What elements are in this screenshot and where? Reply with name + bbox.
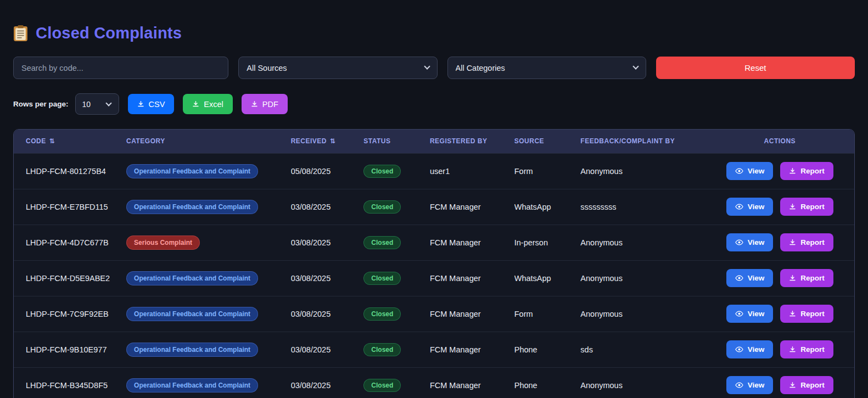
- cell-category: Operational Feedback and Complaint: [126, 153, 291, 189]
- export-pdf-button[interactable]: PDF: [242, 94, 288, 114]
- cell-actions: View Report: [712, 296, 854, 332]
- actions-group: View Report: [712, 305, 848, 323]
- status-badge: Closed: [363, 165, 401, 178]
- status-badge: Closed: [363, 379, 401, 392]
- cell-source: Phone: [514, 367, 581, 398]
- export-pdf-label: PDF: [262, 100, 278, 109]
- actions-group: View Report: [712, 233, 848, 251]
- cell-code: LHDP-FCM-801275B4: [14, 153, 126, 189]
- category-badge: Operational Feedback and Complaint: [126, 271, 258, 285]
- cell-registered-by: FCM Manager: [430, 189, 514, 225]
- report-button[interactable]: Report: [780, 376, 833, 394]
- table-header-row: CODE⇅ CATEGORY RECEIVED⇅ STATUS REGISTER…: [14, 130, 854, 153]
- table-row: LHDP-FCM-B345D8F5 Operational Feedback a…: [14, 367, 854, 398]
- view-button-label: View: [748, 238, 765, 246]
- view-button-label: View: [748, 381, 765, 389]
- header-feedback-by: FEEDBACK/COMPLAINT BY: [580, 130, 712, 153]
- download-icon: [789, 382, 796, 389]
- report-button[interactable]: Report: [780, 162, 833, 180]
- categories-select[interactable]: All Categories: [447, 57, 646, 79]
- cell-category: Serious Complaint: [126, 225, 291, 260]
- cell-code: LHDP-FCM-E7BFD115: [14, 189, 126, 225]
- download-icon: [789, 167, 796, 175]
- table-row: LHDP-FCM-E7BFD115 Operational Feedback a…: [14, 189, 854, 225]
- toolbar: Rows per page: 10 CSV Excel PDF: [13, 93, 855, 115]
- actions-group: View Report: [712, 198, 848, 216]
- view-button[interactable]: View: [726, 198, 774, 216]
- cell-status: Closed: [363, 332, 430, 367]
- cell-feedback-by: Anonymous: [580, 296, 712, 332]
- cell-status: Closed: [363, 153, 430, 189]
- view-button[interactable]: View: [726, 233, 774, 251]
- cell-code: LHDP-FCM-4D7C677B: [14, 225, 126, 260]
- cell-source: WhatsApp: [514, 260, 581, 296]
- export-csv-button[interactable]: CSV: [128, 94, 175, 114]
- category-badge: Operational Feedback and Complaint: [126, 164, 258, 178]
- cell-source: Phone: [514, 332, 581, 367]
- cell-status: Closed: [363, 189, 430, 225]
- reset-button[interactable]: Reset: [656, 57, 855, 79]
- download-icon: [789, 310, 796, 317]
- cell-category: Operational Feedback and Complaint: [126, 189, 291, 225]
- status-badge: Closed: [363, 200, 401, 214]
- cell-registered-by: FCM Manager: [430, 296, 514, 332]
- view-button[interactable]: View: [726, 305, 774, 323]
- report-button-label: Report: [800, 381, 825, 389]
- sort-icon[interactable]: ⇅: [49, 137, 55, 145]
- page-header: Closed Complaints: [13, 24, 855, 42]
- table-body: LHDP-FCM-801275B4 Operational Feedback a…: [14, 153, 854, 398]
- rows-per-page-select[interactable]: 10: [75, 93, 119, 115]
- header-actions: ACTIONS: [712, 130, 854, 153]
- cell-status: Closed: [363, 296, 430, 332]
- table-row: LHDP-FCM-7C9F92EB Operational Feedback a…: [14, 296, 854, 332]
- report-button[interactable]: Report: [780, 233, 833, 251]
- sources-select[interactable]: All Sources: [238, 57, 437, 79]
- header-source: SOURCE: [514, 130, 581, 153]
- cell-status: Closed: [363, 260, 430, 296]
- sort-icon[interactable]: ⇅: [330, 137, 336, 145]
- export-excel-button[interactable]: Excel: [183, 94, 232, 114]
- complaints-table: CODE⇅ CATEGORY RECEIVED⇅ STATUS REGISTER…: [13, 129, 855, 398]
- actions-group: View Report: [712, 162, 848, 180]
- report-button[interactable]: Report: [780, 269, 833, 287]
- search-input[interactable]: [13, 57, 228, 79]
- eye-icon: [735, 381, 743, 389]
- cell-received: 03/08/2025: [291, 296, 364, 332]
- view-button-label: View: [748, 167, 765, 175]
- rows-per-page-label: Rows per page:: [13, 100, 69, 108]
- download-icon: [137, 100, 144, 108]
- cell-registered-by: FCM Manager: [430, 332, 514, 367]
- status-badge: Closed: [363, 307, 401, 321]
- view-button[interactable]: View: [726, 340, 774, 358]
- download-icon: [789, 239, 796, 246]
- export-csv-label: CSV: [149, 100, 165, 109]
- cell-received: 03/08/2025: [291, 367, 364, 398]
- header-received[interactable]: RECEIVED⇅: [291, 130, 364, 153]
- eye-icon: [735, 238, 743, 246]
- report-button[interactable]: Report: [780, 340, 833, 358]
- header-registered-by: REGISTERED BY: [430, 130, 514, 153]
- table-row: LHDP-FCM-D5E9ABE2 Operational Feedback a…: [14, 260, 854, 296]
- cell-category: Operational Feedback and Complaint: [126, 260, 291, 296]
- view-button[interactable]: View: [726, 376, 774, 394]
- cell-received: 03/08/2025: [291, 189, 364, 225]
- cell-source: Form: [514, 153, 581, 189]
- clipboard-icon: [13, 25, 28, 42]
- eye-icon: [735, 274, 743, 282]
- view-button-label: View: [748, 345, 765, 354]
- report-button[interactable]: Report: [780, 305, 833, 323]
- view-button[interactable]: View: [726, 162, 774, 180]
- cell-registered-by: FCM Manager: [430, 260, 514, 296]
- header-code[interactable]: CODE⇅: [14, 130, 126, 153]
- view-button[interactable]: View: [726, 269, 774, 287]
- report-button[interactable]: Report: [780, 198, 833, 216]
- rows-per-page-wrap: 10: [75, 93, 119, 115]
- filters-bar: All Sources All Categories Reset: [13, 57, 855, 79]
- status-badge: Closed: [363, 343, 401, 356]
- actions-group: View Report: [712, 376, 848, 394]
- status-badge: Closed: [363, 272, 401, 285]
- category-badge: Serious Complaint: [126, 236, 200, 250]
- cell-code: LHDP-FCM-9B10E977: [14, 332, 126, 367]
- view-button-label: View: [748, 274, 765, 282]
- cell-feedback-by: Anonymous: [580, 153, 712, 189]
